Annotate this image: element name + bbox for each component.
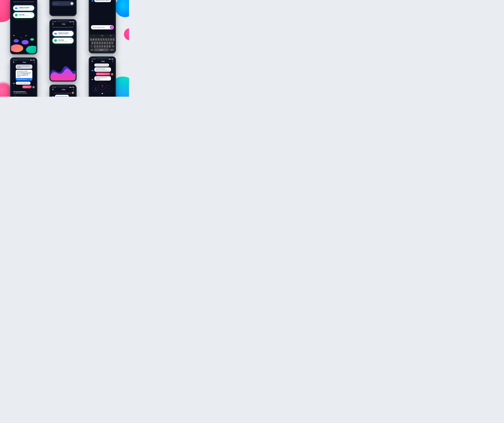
battery-icon xyxy=(72,21,74,22)
person-icon xyxy=(95,87,97,89)
mic-button[interactable] xyxy=(71,2,73,5)
phone-chat-options-main: 10:41 PM Chat Please choose any one the … xyxy=(49,19,77,82)
wifi-icon xyxy=(71,21,72,22)
keyboard-suggestions[interactable]: I the I'm xyxy=(90,34,115,37)
key-l[interactable]: L xyxy=(111,41,113,45)
option-title: Live Chat xyxy=(19,14,28,15)
wave-decoration xyxy=(50,60,76,81)
key-g[interactable]: G xyxy=(101,41,103,45)
return-key[interactable]: return xyxy=(109,48,115,51)
option-subtitle: Replies within seconds xyxy=(58,34,69,35)
chat-input-bar[interactable] xyxy=(52,1,74,6)
key-h[interactable]: H xyxy=(104,41,106,45)
chat-input-bar[interactable]: How do I apply for loan ? xyxy=(91,25,114,29)
chatbot-assistant-option[interactable]: Chatbot Assistant Replies within seconds xyxy=(13,5,34,11)
book-icon: ▭ xyxy=(108,88,110,90)
more-icon[interactable] xyxy=(73,23,74,25)
svg-line-22 xyxy=(14,96,16,97)
page-title: Chat xyxy=(101,60,105,62)
key-p[interactable]: P xyxy=(113,38,115,41)
key-j[interactable]: J xyxy=(106,41,108,45)
onscreen-keyboard[interactable]: QWERTYUIOP ASDFGHJKL ⇧ ZXCVBNM ⌫ 123 spa… xyxy=(90,37,115,52)
phone-loan-type: 10:41 PM Chat Hey Satwik ! Good Morning … xyxy=(89,56,116,97)
more-icon[interactable] xyxy=(73,88,74,90)
key-i[interactable]: I xyxy=(108,38,110,41)
option-subtitle: Replies within few mins xyxy=(58,41,68,42)
option-title: Chatbot Assistant xyxy=(58,32,69,34)
live-chat-option[interactable]: Online Live Chat Replies within few mins xyxy=(52,38,74,43)
svg-point-9 xyxy=(26,46,36,53)
key-z[interactable]: Z xyxy=(94,45,96,48)
key-s[interactable]: S xyxy=(94,41,96,45)
chatbot-assistant-option[interactable]: Chatbot Assistant Replies within seconds xyxy=(52,31,74,36)
bot-message: Do you want to apply now ? xyxy=(16,82,30,85)
key-r[interactable]: R xyxy=(97,38,100,41)
menu-icon[interactable] xyxy=(13,62,14,63)
loan-type-other[interactable]: ▭ xyxy=(106,86,112,92)
menu-icon[interactable] xyxy=(52,23,54,24)
key-d[interactable]: D xyxy=(96,41,98,45)
bot-message: Hey Satwik ! Good Morning xyxy=(94,64,109,67)
key-q[interactable]: Q xyxy=(90,38,92,41)
chat-options-prompt: Please choose any one the below chat opt… xyxy=(11,0,36,4)
svg-rect-17 xyxy=(72,3,72,4)
more-icon[interactable] xyxy=(113,60,113,62)
status-time: 10:41 PM xyxy=(13,59,17,60)
key-n[interactable]: N xyxy=(106,45,108,48)
shift-key[interactable]: ⇧ xyxy=(90,45,93,48)
phone-loan-tenure: 10:41 PM Chat Please select loan tenure xyxy=(49,85,77,97)
svg-point-13 xyxy=(13,35,14,36)
bot-icon xyxy=(15,7,18,9)
home-icon xyxy=(101,84,103,86)
signal-icon xyxy=(69,21,71,22)
user-avatar xyxy=(72,92,74,94)
speech-bubble-decorations xyxy=(11,29,36,53)
key-x[interactable]: X xyxy=(96,45,98,48)
user-reply[interactable]: Yes, Apply Now xyxy=(22,85,32,88)
loan-type-personal[interactable]: Personal xyxy=(92,86,99,92)
user-reply: How do I apply for a loan ? xyxy=(96,72,110,76)
chat-input-text[interactable]: How do I apply for loan ? xyxy=(93,27,110,28)
live-chat-option[interactable]: Online Live Chat Replies within few mins xyxy=(13,12,34,18)
bot-avatar-icon xyxy=(91,0,94,2)
key-v[interactable]: V xyxy=(101,45,103,48)
bot-message: Congratulations Satwik !!You are eligibl… xyxy=(16,70,32,78)
chevron-right-icon xyxy=(30,79,31,80)
bot-message: I am the KCB Chatbot Assistant, How may … xyxy=(94,67,111,72)
emi-breakup-button[interactable]: Monthly EMI Break up xyxy=(16,78,32,81)
loan-type-home[interactable]: Home xyxy=(98,82,106,90)
menu-icon[interactable] xyxy=(91,61,93,62)
key-y[interactable]: Y xyxy=(102,38,105,41)
key-a[interactable]: A xyxy=(91,41,93,45)
key-b[interactable]: B xyxy=(104,45,106,48)
bot-avatar-icon xyxy=(13,82,15,85)
bot-avatar-icon xyxy=(91,78,94,81)
key-k[interactable]: K xyxy=(109,41,111,45)
key-u[interactable]: U xyxy=(105,38,107,41)
firework-decoration xyxy=(12,95,19,97)
bot-message: Please select loan tenure xyxy=(55,95,69,97)
key-e[interactable]: E xyxy=(95,38,97,41)
key-c[interactable]: C xyxy=(99,45,101,48)
space-key[interactable]: space xyxy=(94,48,108,51)
bot-icon xyxy=(54,32,57,35)
svg-point-11 xyxy=(14,39,19,42)
bot-avatar-icon xyxy=(91,70,94,72)
loan-type-education[interactable]: 📖 xyxy=(100,91,105,96)
key-o[interactable]: O xyxy=(110,38,112,41)
key-m[interactable]: M xyxy=(109,45,111,48)
send-button[interactable] xyxy=(110,26,113,29)
chat-options-prompt: Please choose any one the below chat opt… xyxy=(50,26,76,29)
numbers-key[interactable]: 123 xyxy=(90,48,94,51)
key-t[interactable]: T xyxy=(100,38,102,41)
phone-compose-message: Hey Satwik ! Good Morning I am the KCB C… xyxy=(89,0,116,53)
send-icon xyxy=(111,26,112,28)
chat-text-input[interactable] xyxy=(54,3,71,4)
more-icon[interactable] xyxy=(34,61,35,63)
status-time: 10:41 PM xyxy=(52,87,56,88)
option-subtitle: Replies within seconds xyxy=(19,8,29,9)
key-f[interactable]: F xyxy=(99,41,101,45)
key-w[interactable]: W xyxy=(93,38,95,41)
delete-key[interactable]: ⌫ xyxy=(111,45,115,48)
menu-icon[interactable] xyxy=(52,89,54,90)
